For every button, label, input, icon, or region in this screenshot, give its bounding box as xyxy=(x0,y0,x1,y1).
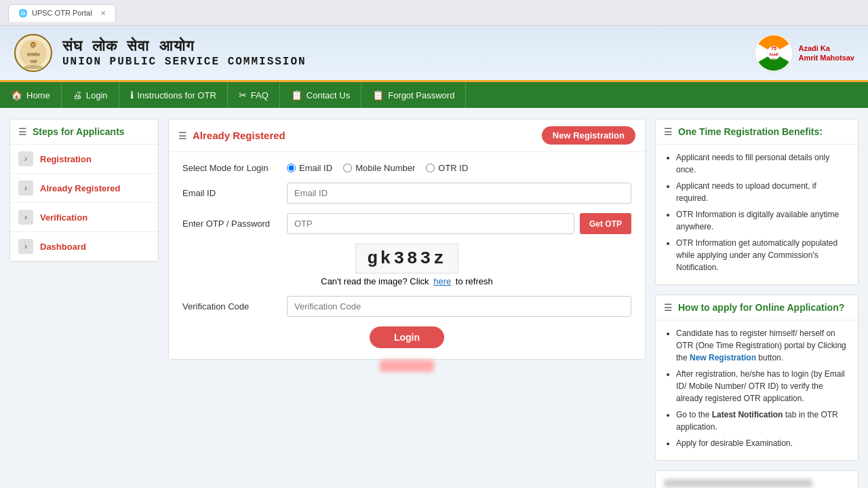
otr-benefits-list: Applicant needs to fill personal details… xyxy=(665,151,848,274)
nav-login-label: Login xyxy=(86,90,108,100)
home-icon: 🏠 xyxy=(11,90,22,100)
nav-contact-label: Contact Us xyxy=(307,90,350,100)
right-panel: ☰ One Time Registration Benefits: Applic… xyxy=(655,119,859,488)
apply-step-item: Candidate has to register himself/ herse… xyxy=(676,327,848,364)
middle-panel: ☰ Already Registered New Registration Se… xyxy=(168,119,646,488)
benefit-item: Applicant needs to upload document, if r… xyxy=(676,180,848,204)
captcha-refresh-link[interactable]: here xyxy=(433,276,451,286)
blur-block xyxy=(380,360,434,372)
tab-favicon: 🌐 xyxy=(18,9,28,18)
step-already-registered[interactable]: › Already Registered xyxy=(10,174,158,203)
radio-email-input[interactable] xyxy=(287,164,296,172)
login-card: ☰ Already Registered New Registration Se… xyxy=(168,119,646,360)
captcha-image: gk383z xyxy=(355,244,458,274)
azadi-text: Azadi KaAmrit Mahotsav xyxy=(798,43,854,63)
latest-notification-text: Latest Notification xyxy=(712,410,783,419)
login-button[interactable]: Login xyxy=(370,326,444,348)
apply-step-item: Apply for desirable Examination. xyxy=(676,437,848,449)
captcha-hint-prefix: Can't read the image? Click xyxy=(321,276,429,286)
otp-label: Enter OTP / Password xyxy=(182,219,277,229)
tab-label: UPSC OTR Portal xyxy=(32,9,92,17)
nav-forgot-password-label: Forgot Password xyxy=(388,90,454,100)
radio-mobile-label: Mobile Number xyxy=(355,163,415,173)
radio-otr-label: OTR ID xyxy=(438,163,468,173)
step-registration-label: Registration xyxy=(40,154,92,164)
otp-input[interactable] xyxy=(287,213,574,234)
step-verification-label: Verification xyxy=(40,212,87,223)
how-to-apply-body: Candidate has to register himself/ herse… xyxy=(656,320,858,460)
step-registration[interactable]: › Registration xyxy=(10,145,158,174)
benefit-item: OTR Information is digitally available a… xyxy=(676,208,848,233)
how-to-apply-list: Candidate has to register himself/ herse… xyxy=(665,327,848,449)
radio-email[interactable]: Email ID xyxy=(287,163,332,173)
national-emblem: 🦁 सत्यमेव जयते xyxy=(14,33,53,73)
radio-mobile[interactable]: Mobile Number xyxy=(343,163,415,173)
nav-home-label: Home xyxy=(26,90,50,100)
tab-close-icon[interactable]: ✕ xyxy=(100,10,106,17)
benefit-item: Applicant needs to fill personal details… xyxy=(676,151,848,176)
step-dashboard[interactable]: › Dashboard xyxy=(10,232,158,261)
main-navbar: 🏠 Home 🖨 Login ℹ Instructions for OTR ✂ … xyxy=(0,82,868,108)
mode-select-label: Select Mode for Login xyxy=(182,163,277,173)
captcha-hint-suffix: to refresh xyxy=(456,276,493,286)
browser-tab[interactable]: 🌐 UPSC OTR Portal ✕ xyxy=(8,4,116,22)
verification-label: Verification Code xyxy=(182,301,277,312)
bottom-blur-area xyxy=(168,360,646,379)
otr-benefits-header: ☰ One Time Registration Benefits: xyxy=(656,119,858,145)
svg-text:Ka: Ka xyxy=(772,57,776,60)
nav-instructions-label: Instructions for OTR xyxy=(138,90,216,100)
otr-benefits-title: One Time Registration Benefits: xyxy=(678,126,823,137)
login-card-header: ☰ Already Registered New Registration xyxy=(169,119,645,152)
new-reg-inline-link[interactable]: New Registration xyxy=(690,353,756,362)
mode-radio-group: Email ID Mobile Number OTR ID xyxy=(287,163,468,173)
apply-step-item: After registration, he/she has to login … xyxy=(676,368,848,405)
faq-icon: ✂ xyxy=(239,90,247,100)
step-dashboard-label: Dashboard xyxy=(40,242,86,252)
otp-row: Enter OTP / Password Get OTP xyxy=(182,213,631,234)
captcha-section: gk383z Can't read the image? Click here … xyxy=(182,244,631,286)
nav-instructions[interactable]: ℹ Instructions for OTR xyxy=(119,82,228,108)
radio-email-label: Email ID xyxy=(299,163,332,173)
chevron-icon: › xyxy=(18,239,33,254)
steps-panel-title: Steps for Applicants xyxy=(33,126,125,137)
password-icon: 📋 xyxy=(372,90,384,100)
radio-otr-input[interactable] xyxy=(426,164,435,172)
main-content: ☰ Steps for Applicants › Registration › … xyxy=(0,108,868,488)
nav-contact[interactable]: 📋 Contact Us xyxy=(280,82,361,108)
nav-home[interactable]: 🏠 Home xyxy=(0,82,62,108)
benefit-item: OTR Information get automatically popula… xyxy=(676,237,848,274)
blurred-line-1 xyxy=(664,479,812,487)
new-registration-button[interactable]: New Registration xyxy=(542,126,635,145)
radio-mobile-input[interactable] xyxy=(343,164,352,172)
nav-login[interactable]: 🖨 Login xyxy=(62,82,119,108)
otr-benefits-card: ☰ One Time Registration Benefits: Applic… xyxy=(655,119,859,285)
nav-faq-label: FAQ xyxy=(251,90,269,100)
contact-icon: 📋 xyxy=(291,90,302,100)
chevron-icon: › xyxy=(18,181,33,195)
otp-input-row: Get OTP xyxy=(287,213,631,234)
org-english-title: UNION PUBLIC SERVICE COMMISSION xyxy=(62,56,307,68)
step-verification[interactable]: › Verification xyxy=(10,203,158,232)
email-label: Email ID xyxy=(182,188,277,198)
right-panel-blur-section xyxy=(655,470,859,488)
svg-text:Azadi: Azadi xyxy=(770,52,779,56)
email-input[interactable] xyxy=(287,183,631,204)
how-to-apply-header: ☰ How to apply for Online Application? xyxy=(656,295,858,320)
apply-hamburger-icon: ☰ xyxy=(664,302,673,313)
otr-benefits-body: Applicant needs to fill personal details… xyxy=(656,145,858,284)
nav-faq[interactable]: ✂ FAQ xyxy=(228,82,280,108)
browser-bar: 🌐 UPSC OTR Portal ✕ xyxy=(0,0,868,26)
how-to-apply-title: How to apply for Online Application? xyxy=(678,302,844,313)
print-icon: 🖨 xyxy=(73,90,82,100)
verification-input[interactable] xyxy=(287,296,631,317)
mode-select-row: Select Mode for Login Email ID Mobile Nu… xyxy=(182,163,631,173)
chevron-icon: › xyxy=(18,210,33,225)
left-panel: ☰ Steps for Applicants › Registration › … xyxy=(9,119,159,488)
radio-otr[interactable]: OTR ID xyxy=(426,163,468,173)
chevron-icon: › xyxy=(18,151,33,166)
svg-text:75: 75 xyxy=(772,46,777,51)
nav-forgot-password[interactable]: 📋 Forgot Password xyxy=(361,82,466,108)
benefits-hamburger-icon: ☰ xyxy=(664,126,673,137)
hamburger-icon: ☰ xyxy=(18,126,27,137)
get-otp-button[interactable]: Get OTP xyxy=(580,213,631,234)
